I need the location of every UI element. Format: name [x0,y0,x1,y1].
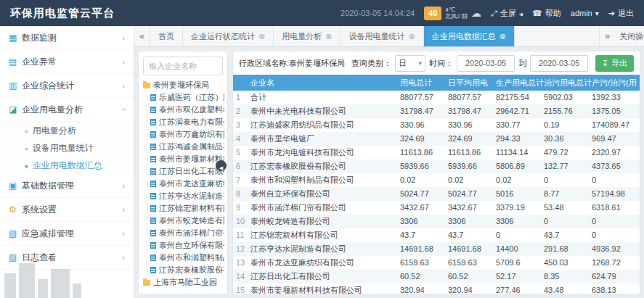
chevron-left-icon [122,253,125,262]
tab-close-icon[interactable] [408,33,415,41]
sidebar-item-system-settings[interactable]: 系统设置 [0,198,134,222]
tree-node-company[interactable]: 泰州自立环保有限公司 [150,239,224,252]
total-power-cell: 60.52 [400,270,448,283]
table-row[interactable]: 4 泰州市里华电镀厂 324.69 324.69 294.33 30.36 96… [233,132,640,146]
building-icon [150,193,156,199]
sidebar-item-base-data[interactable]: 基础数据管理 [0,174,134,198]
tab-close-icon[interactable] [258,33,265,41]
tabs-scroll-right-button[interactable]: » [599,26,615,46]
help-label: 帮助 [545,8,561,19]
tab-close-icon[interactable] [325,33,332,41]
sidebar-item-enterprise-stats[interactable]: 企业综合统计 [0,74,134,98]
table-row[interactable]: 12 江苏亨达水泥制造有限公司 14691.68 14691.68 14400 … [233,242,640,256]
tab[interactable]: 设备用电量统计 [341,26,423,46]
total-power-cell: 5939.66 [400,160,448,173]
sidebar-subitem-enterprise-power-summary[interactable]: 企业用电数据汇总 [0,157,134,174]
table-row[interactable]: 10 泰州蛟龙铸造有限公司 3306 3306 3306 0 0 [233,215,640,228]
table-row[interactable]: 5 泰州市龙沟电镀科技有限公司 11613.86 11613.86 11134.… [233,146,640,160]
tab[interactable]: 企业运行状态统计 [183,26,274,46]
tree-node-company[interactable]: 泰州市和润塑料制品有限公司 [150,252,224,264]
tree-node-company[interactable]: 泰州市姜堰新材料科技有限公司 [150,153,224,165]
tree-node-company[interactable]: 泰州市万鑫纺织有限公司 [150,128,224,141]
sidebar-item-emergency-reduction[interactable]: 应急减排管理 [0,222,134,246]
company-name: 江苏亨达水泥制造有限公司 [159,190,224,202]
export-button[interactable]: 导出 [595,55,634,72]
tabs-scroll-left-button[interactable]: « [134,26,150,46]
tree-node-industrial-park[interactable]: 上海市马陆工业园 [143,276,224,289]
treatment-power-cell: 43.7 [544,228,592,242]
total-power-cell: 0.02 [400,173,448,187]
user-menu[interactable]: admin [571,9,599,17]
tree-node-company[interactable]: 泰州市蛟龙铸造有限公司 [150,215,224,227]
table-row[interactable]: 14 江苏日出化工有限公司 60.52 60.52 52.17 8.35 624… [233,270,640,283]
tree-node-company[interactable]: 江苏亨达水泥制造有限公司 [150,190,224,202]
pollution-ratio-cell: 2320.97 [592,146,640,160]
company-tree: 泰州姜堰环保局 乐威医药（江苏）股份有限公司 [139,79,227,294]
company-search-input[interactable] [143,57,223,75]
production-power-cell: 29642.71 [496,104,544,118]
pollution-ratio-cell: 4373.65 [592,160,640,173]
tab[interactable]: 企业用电数据汇总 [424,26,515,46]
daily-average-cell: 31798.47 [448,104,496,118]
chevron-down-icon [595,9,599,17]
table-row[interactable]: 15 泰州市姜堰新材料科技有限公司 320.94 320.94 277.46 4… [233,283,640,294]
sidebar-item-label: 企业综合统计 [22,80,122,92]
date-to-input[interactable] [530,55,588,72]
tree-node-company[interactable]: 泰州市双亿废塑料科技生产有限公司 [150,104,224,116]
help-button[interactable]: 帮助 [532,8,561,19]
tree-children: 乐威医药（江苏）股份有限公司 泰州市双亿废塑料科技生产有限公司 [147,91,224,276]
tab[interactable]: 首页 [150,26,183,46]
tree-node-company[interactable]: 泰州市龙达亚麻纺织有限公司 [150,178,224,190]
tree-node-company[interactable]: 乐威医药（江苏）股份有限公司 [150,91,224,104]
index-column-header [233,75,250,91]
company-name: 泰州市和润塑料制品有限公司 [159,252,224,264]
tree-node-company[interactable]: 江苏日出化工有限公司 [150,165,224,178]
sidebar-subitem-power-analysis[interactable]: 用电量分析 [0,122,134,139]
tree-node-company[interactable]: 江苏锦宏新材料有限公司 [150,202,224,215]
column-header: 日平均用电 [448,75,496,91]
fullscreen-button[interactable]: 全屏 [491,8,523,19]
stats-icon [9,80,22,91]
company-name: 江苏润泰电力有限公司 [159,116,224,128]
table-row[interactable]: 11 江苏锦宏新材料有限公司 43.7 43.7 0 43.7 0 [233,228,640,242]
sidebar-subitem-label: 用电量分析 [33,125,76,137]
tree-node-company[interactable]: 江苏宏泰橡胶股份有限公司 [150,264,224,276]
aqi-badge: 40 [424,7,441,20]
table-row[interactable]: 7 泰州市和润塑料制品有限公司 0.02 0.02 0.02 0 0 [233,173,640,187]
tree-node-bureau[interactable]: 泰州姜堰环保局 [143,79,224,91]
tab-label: 首页 [158,31,174,42]
tab-close-icon[interactable] [500,33,506,41]
table-row[interactable]: 1 合计 88077.57 88077.57 82175.54 5902.03 … [233,91,640,104]
query-type-select[interactable]: 日 [395,55,425,72]
table-row[interactable]: 13 泰州市龙达亚麻纺织有限公司 6159.63 6159.63 5709.6 … [233,256,640,270]
table-row[interactable]: 3 江苏迪盛家用纺织品有限公司 330.96 330.96 330.77 0.1… [233,118,640,132]
company-name-cell: 江苏宏泰橡胶股份有限公司 [250,160,400,173]
tab[interactable]: 用电量分析 [274,26,341,46]
company-name-cell: 江苏锦宏新材料有限公司 [250,228,400,242]
table-row[interactable]: 9 泰州市涵洋棉门帘有限公司 3432.67 3432.67 3379.19 5… [233,201,640,215]
daily-average-cell: 11613.86 [448,146,496,160]
date-from-input[interactable] [457,55,515,72]
diamond-bullet-icon [25,128,28,133]
sidebar-item-enterprise-abnormal[interactable]: 企业异常 [0,50,134,74]
tree-node-company[interactable]: 泰州市涵洋棉门帘有限公司 [150,227,224,239]
sidebar-item-power-analysis[interactable]: 企业用电量分析 [0,98,134,122]
table-row[interactable]: 2 泰州中来光电科技有限公司 31798.47 31798.47 29642.7… [233,104,640,118]
table-row[interactable]: 6 江苏宏泰橡胶股份有限公司 5939.66 5939.66 5806.89 1… [233,160,640,173]
sidebar-subitem-device-power-stats[interactable]: 设备用电量统计 [0,139,134,157]
sidebar-item-log-view[interactable]: 日志查看 [0,246,134,270]
tree-node-company[interactable]: 江苏润泰电力有限公司 [150,116,224,128]
close-operations-menu[interactable]: 关闭操作 [615,26,644,46]
sidebar-subitem-label: 设备用电量统计 [33,142,94,154]
tree-collapse-button[interactable] [216,160,227,171]
table-row[interactable]: 8 泰州自立环保有限公司 5024.77 5024.77 5016 8.77 5… [233,187,640,201]
tab-label: 企业用电数据汇总 [432,31,496,42]
sidebar-item-data-monitoring[interactable]: 数据监测 [0,26,134,50]
total-power-cell: 11613.86 [400,146,448,160]
chart-icon [9,104,22,115]
tree-node-company[interactable]: 江苏鸿诚金属制品有限公司 [150,141,224,153]
clipboard-icon [9,57,22,67]
logout-button[interactable]: 退出 [608,8,634,19]
logout-label: 退出 [618,8,634,19]
daily-average-cell: 43.7 [448,228,496,242]
